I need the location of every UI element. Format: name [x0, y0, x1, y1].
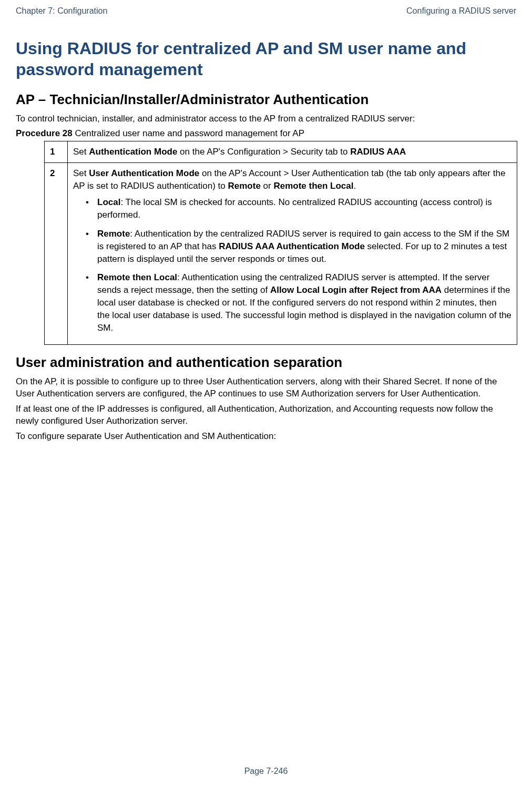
text-bold: Allow Local Login after Reject from AAA	[270, 285, 442, 295]
section1-heading: AP – Technician/Installer/Administrator …	[16, 91, 516, 108]
table-row: 2 Set User Authentication Mode on the AP…	[45, 162, 517, 345]
header-topic: Configuring a RADIUS server	[406, 6, 516, 16]
text-bold: User Authentication Mode	[89, 168, 199, 178]
section2-para2: If at least one of the IP addresses is c…	[16, 403, 516, 427]
section2-para3: To configure separate User Authenticatio…	[16, 431, 516, 443]
text-bold: Remote	[97, 229, 130, 239]
procedure-table: 1 Set Authentication Mode on the AP's Co…	[44, 141, 517, 345]
main-heading: Using RADIUS for centralized AP and SM u…	[16, 38, 516, 80]
step-content: Set User Authentication Mode on the AP's…	[68, 162, 517, 345]
list-item: Local: The local SM is checked for accou…	[86, 196, 511, 221]
text-bold: Remote then Local	[97, 272, 177, 282]
text-fragment: : The local SM is checked for accounts. …	[97, 197, 492, 220]
step-content: Set Authentication Mode on the AP's Conf…	[68, 141, 517, 162]
text-fragment: or	[261, 181, 274, 191]
text-bold: Remote	[228, 181, 261, 191]
text-fragment: .	[354, 181, 356, 191]
text-bold: Remote then Local	[273, 181, 353, 191]
section1-intro: To control technician, installer, and ad…	[16, 113, 516, 125]
header-chapter: Chapter 7: Configuration	[16, 6, 107, 16]
text-fragment: Set	[73, 168, 89, 178]
text-fragment: on the AP's Configuration > Security tab…	[177, 147, 350, 157]
text-bold: Authentication Mode	[89, 147, 177, 157]
step-number: 2	[45, 162, 68, 345]
text-bold: Local	[97, 197, 120, 207]
procedure-number: Procedure 28	[16, 128, 73, 138]
list-item: Remote then Local: Authentication using …	[86, 271, 511, 334]
text-bold: RADIUS AAA	[350, 147, 406, 157]
list-item: Remote: Authentication by the centralize…	[86, 228, 511, 265]
page-footer: Page 7-246	[0, 767, 532, 776]
bullet-list: Local: The local SM is checked for accou…	[73, 196, 511, 334]
text-fragment: Set	[73, 147, 89, 157]
table-row: 1 Set Authentication Mode on the AP's Co…	[45, 141, 517, 162]
step-number: 1	[45, 141, 68, 162]
section2-para1: On the AP, it is possible to configure u…	[16, 376, 516, 400]
section2-heading: User administration and authentication s…	[16, 354, 516, 371]
page-header: Chapter 7: Configuration Configuring a R…	[16, 6, 516, 16]
procedure-caption: Centralized user name and password manag…	[73, 128, 304, 138]
step-paragraph: Set User Authentication Mode on the AP's…	[73, 167, 511, 192]
text-bold: RADIUS AAA Authentication Mode	[219, 241, 365, 251]
procedure-label: Procedure 28 Centralized user name and p…	[16, 128, 516, 139]
